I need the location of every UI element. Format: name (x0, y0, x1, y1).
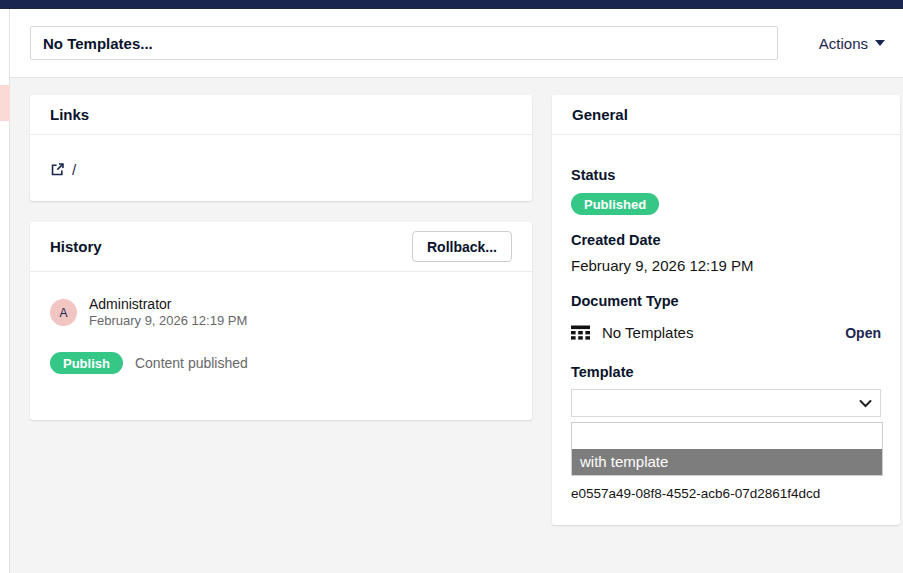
links-panel: Links / (30, 95, 532, 201)
history-panel-header: History Rollback... (30, 222, 532, 272)
history-panel-title: History (50, 238, 102, 255)
history-entry: A Administrator February 9, 2026 12:19 P… (50, 296, 512, 329)
history-panel-body: A Administrator February 9, 2026 12:19 P… (30, 272, 532, 398)
rollback-button[interactable]: Rollback... (412, 231, 512, 262)
actions-dropdown[interactable]: Actions (819, 32, 885, 54)
links-panel-body: / (30, 135, 532, 204)
document-type-icon (571, 325, 590, 340)
status-badge: Published (571, 193, 659, 215)
general-panel-header: General (552, 95, 900, 135)
caret-down-icon (875, 40, 885, 46)
document-type-row: No Templates Open (571, 324, 881, 341)
history-panel: History Rollback... A Administrator Febr… (30, 222, 532, 420)
links-panel-header: Links (30, 95, 532, 135)
page-url-link[interactable]: / (50, 161, 76, 178)
open-document-type-link[interactable]: Open (845, 325, 881, 341)
external-link-icon (50, 162, 65, 177)
general-panel-title: General (572, 106, 628, 123)
general-panel-body: Status Published Created Date February 9… (552, 135, 900, 501)
general-panel: General Status Published Created Date Fe… (552, 95, 900, 525)
template-options-listbox: with template (571, 422, 883, 476)
template-option-empty[interactable] (572, 423, 882, 449)
actions-label: Actions (819, 35, 868, 52)
history-description: Content published (135, 355, 248, 371)
template-guid-text: e0557a49-08f8-4552-acb6-07d2861f4dcd (571, 486, 881, 501)
created-date-label: Created Date (571, 232, 881, 248)
document-type-label: Document Type (571, 293, 881, 309)
template-option-with-template[interactable]: with template (572, 449, 882, 475)
document-type-name: No Templates (602, 324, 845, 341)
template-select[interactable] (571, 389, 881, 417)
content-name-input[interactable] (30, 26, 778, 60)
tree-panel-edge (0, 9, 10, 573)
avatar: A (50, 299, 77, 326)
publish-badge: Publish (50, 352, 123, 374)
template-label: Template (571, 364, 881, 380)
chevron-down-icon (859, 399, 872, 408)
tree-selection-highlight (0, 85, 10, 121)
created-date-value: February 9, 2026 12:19 PM (571, 257, 881, 274)
history-entry-action: Publish Content published (50, 352, 512, 374)
top-navigation-bar (0, 0, 903, 9)
history-entry-meta: Administrator February 9, 2026 12:19 PM (89, 296, 247, 329)
history-timestamp: February 9, 2026 12:19 PM (89, 313, 247, 329)
page-url-text: / (72, 161, 76, 178)
links-panel-title: Links (50, 106, 89, 123)
status-label: Status (571, 167, 881, 183)
history-user-name: Administrator (89, 296, 247, 313)
